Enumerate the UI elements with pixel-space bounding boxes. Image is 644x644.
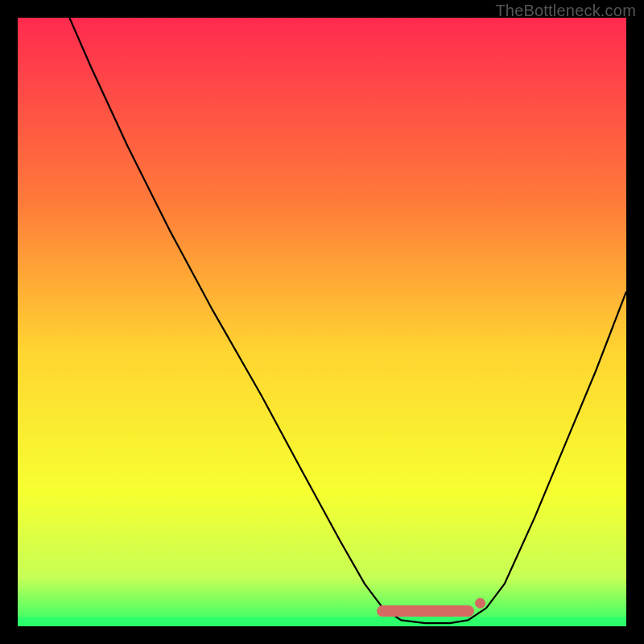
chart-svg — [18, 18, 626, 626]
green-baseline-band — [18, 617, 626, 626]
marker-dot — [475, 598, 485, 609]
optimal-range-bar — [377, 605, 474, 617]
watermark-text: TheBottleneck.com — [495, 2, 636, 20]
gradient-background — [18, 18, 626, 626]
chart-plot-area — [18, 18, 626, 626]
